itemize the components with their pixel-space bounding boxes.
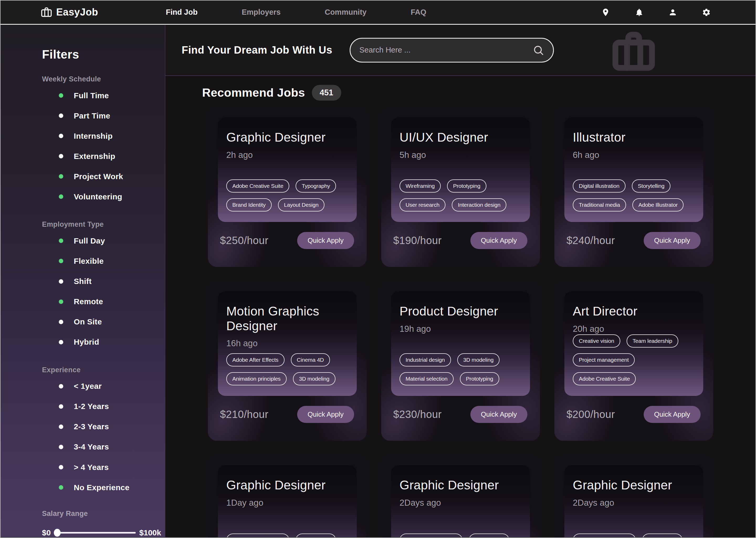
skill-tag[interactable]: 3D modeling bbox=[457, 353, 500, 366]
skill-tag[interactable]: Adobe Creative Suite bbox=[400, 534, 462, 537]
filter-option-3-4-years[interactable]: 3-4 Years bbox=[59, 437, 165, 457]
skill-tag[interactable]: Material selection bbox=[400, 372, 453, 385]
search-input[interactable] bbox=[359, 46, 533, 54]
skill-tags: Adobe Creative Suite Typography bbox=[226, 534, 348, 537]
quick-apply-button[interactable]: Quick Apply bbox=[644, 406, 701, 423]
profile-icon[interactable] bbox=[668, 8, 677, 17]
skill-tag[interactable]: Typography bbox=[469, 534, 509, 537]
skill-tag[interactable]: Digital illustration bbox=[573, 180, 626, 192]
job-card[interactable]: Graphic Designer 2Days ago Adobe Creativ… bbox=[554, 455, 713, 537]
skill-tag[interactable]: Adobe Creative Suite bbox=[573, 534, 636, 537]
skill-tag[interactable]: Typography bbox=[642, 534, 683, 537]
job-title: Graphic Designer bbox=[226, 478, 348, 493]
hero-bar: Find Your Dream Job With Us bbox=[165, 25, 755, 76]
skill-tag[interactable]: Layout Design bbox=[278, 198, 325, 211]
job-posted-time: 1Day ago bbox=[226, 498, 348, 508]
location-icon[interactable] bbox=[601, 8, 610, 17]
salary-min-label: $0 bbox=[42, 528, 51, 537]
filter-option-externship[interactable]: Externship bbox=[59, 146, 165, 166]
filter-dot bbox=[59, 424, 63, 429]
filter-option-internship[interactable]: Internship bbox=[59, 126, 165, 146]
filter-option-no-experience[interactable]: No Experience bbox=[59, 477, 165, 498]
nav-icons bbox=[601, 8, 711, 17]
skill-tag[interactable]: 3D modeling bbox=[293, 372, 336, 385]
nav-link-employers[interactable]: Employers bbox=[242, 8, 281, 17]
main-area: Find Your Dream Job With Us Recommend Jo… bbox=[165, 25, 755, 537]
job-card-panel: Product Designer 19h ago Industrial desi… bbox=[391, 291, 530, 396]
job-card-panel: Art Director 20h ago Creative vision Tea… bbox=[564, 291, 703, 396]
job-card[interactable]: Motion Graphics Designer 16h ago Adobe A… bbox=[208, 281, 367, 441]
brand[interactable]: EasyJob bbox=[40, 6, 98, 19]
job-card[interactable]: Illustrator 6h ago Digital illustration … bbox=[554, 107, 713, 267]
filter-option-flexible[interactable]: Flexible bbox=[59, 251, 165, 271]
filter-option-2-3-years[interactable]: 2-3 Years bbox=[59, 417, 165, 437]
quick-apply-button[interactable]: Quick Apply bbox=[297, 232, 354, 249]
job-card-panel: Graphic Designer 2Days ago Adobe Creativ… bbox=[391, 465, 530, 537]
hourly-rate: $190/hour bbox=[393, 235, 442, 246]
salary-slider[interactable] bbox=[54, 532, 135, 534]
quick-apply-button[interactable]: Quick Apply bbox=[644, 232, 701, 249]
filter-dot bbox=[59, 485, 63, 490]
skill-tag[interactable]: Brand Identity bbox=[226, 198, 272, 211]
skill-tag[interactable]: Interaction design bbox=[452, 198, 506, 211]
skill-tag[interactable]: Adobe Illustrator bbox=[632, 198, 684, 211]
filter-option-part-time[interactable]: Part Time bbox=[59, 106, 165, 126]
skill-tag[interactable]: Adobe Creative Suite bbox=[226, 180, 289, 192]
skill-tag[interactable]: Adobe Creative Suite bbox=[573, 372, 636, 385]
search-icon[interactable] bbox=[533, 44, 544, 56]
search-bar bbox=[350, 38, 554, 63]
skill-tag[interactable]: Team leadership bbox=[627, 334, 678, 348]
filter-option-remote[interactable]: Remote bbox=[59, 292, 165, 312]
nav-link-find-job[interactable]: Find Job bbox=[166, 8, 198, 17]
jobs-count-badge: 451 bbox=[312, 85, 341, 101]
skill-tag[interactable]: Project management bbox=[573, 353, 635, 366]
skill-tag[interactable]: Storytelling bbox=[632, 180, 670, 192]
job-posted-time: 2h ago bbox=[226, 150, 348, 160]
filter-dot bbox=[59, 404, 63, 409]
skill-tags: Adobe Creative Suite Typography bbox=[573, 534, 695, 537]
filter-option-hybrid[interactable]: Hybrid bbox=[59, 332, 165, 352]
skill-tag[interactable]: Adobe Creative Suite bbox=[226, 534, 289, 537]
salary-slider-thumb[interactable] bbox=[54, 529, 61, 537]
skill-tag[interactable]: Cinema 4D bbox=[291, 353, 330, 366]
job-card[interactable]: Graphic Designer 2Days ago Adobe Creativ… bbox=[381, 455, 540, 537]
skill-tag[interactable]: Prototyping bbox=[447, 180, 487, 192]
nav-link-community[interactable]: Community bbox=[325, 8, 367, 17]
filter-dot bbox=[59, 134, 63, 138]
filter-option-lt-1-year[interactable]: < 1year bbox=[59, 376, 165, 397]
skill-tag[interactable]: Typography bbox=[296, 180, 336, 192]
filter-option-on-site[interactable]: On Site bbox=[59, 312, 165, 332]
filter-dot bbox=[59, 194, 63, 199]
skill-tags: Adobe After Effects Cinema 4D Animation … bbox=[226, 353, 348, 396]
job-posted-time: 20h ago bbox=[573, 324, 695, 334]
filter-option-volunteering[interactable]: Volunteering bbox=[59, 187, 165, 207]
quick-apply-button[interactable]: Quick Apply bbox=[470, 406, 527, 423]
skill-tag[interactable]: Typography bbox=[296, 534, 336, 537]
recommend-header: Recommend Jobs 451 bbox=[202, 85, 755, 101]
quick-apply-button[interactable]: Quick Apply bbox=[470, 232, 527, 249]
nav-link-faq[interactable]: FAQ bbox=[410, 8, 426, 17]
filter-option-shift[interactable]: Shift bbox=[59, 271, 165, 292]
filter-option-full-day[interactable]: Full Day bbox=[59, 231, 165, 251]
quick-apply-button[interactable]: Quick Apply bbox=[297, 406, 354, 423]
filter-option-1-2-years[interactable]: 1-2 Years bbox=[59, 397, 165, 417]
filter-option-gt-4-years[interactable]: > 4 Years bbox=[59, 457, 165, 477]
skill-tag[interactable]: Traditional media bbox=[573, 198, 626, 211]
skill-tag[interactable]: Wireframing bbox=[400, 180, 441, 192]
job-card[interactable]: Graphic Designer 2h ago Adobe Creative S… bbox=[208, 107, 367, 267]
skill-tag[interactable]: Adobe After Effects bbox=[226, 353, 285, 366]
skill-tag[interactable]: Animation principles bbox=[226, 372, 287, 385]
filter-option-project-work[interactable]: Project Work bbox=[59, 166, 165, 187]
skill-tag[interactable]: User research bbox=[400, 198, 446, 211]
job-card[interactable]: Product Designer 19h ago Industrial desi… bbox=[381, 281, 540, 441]
settings-icon[interactable] bbox=[702, 8, 711, 17]
notifications-icon[interactable] bbox=[635, 8, 644, 17]
filter-dot bbox=[59, 114, 63, 118]
job-card[interactable]: UI/UX Designer 5h ago Wireframing Protot… bbox=[381, 107, 540, 267]
skill-tag[interactable]: Prototyping bbox=[460, 372, 499, 385]
job-card[interactable]: Art Director 20h ago Creative vision Tea… bbox=[554, 281, 713, 441]
job-card[interactable]: Graphic Designer 1Day ago Adobe Creative… bbox=[208, 455, 367, 537]
filter-option-full-time[interactable]: Full Time bbox=[59, 85, 165, 106]
skill-tag[interactable]: Creative vision bbox=[573, 334, 620, 348]
skill-tag[interactable]: Industrial design bbox=[400, 353, 451, 366]
